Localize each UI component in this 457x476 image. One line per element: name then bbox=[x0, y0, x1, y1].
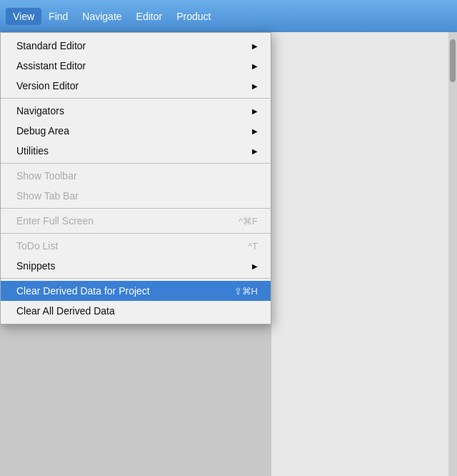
submenu-arrow-icon: ▶ bbox=[252, 147, 258, 155]
background-content bbox=[271, 32, 457, 476]
menu-find[interactable]: Find bbox=[41, 8, 75, 25]
menu-separator bbox=[1, 163, 271, 164]
menu-item-navigators[interactable]: Navigators ▶ bbox=[1, 101, 271, 121]
menu-item-label: Navigators bbox=[16, 105, 245, 116]
scrollbar-thumb bbox=[450, 39, 456, 82]
menu-navigate[interactable]: Navigate bbox=[75, 8, 129, 25]
menu-item-label: Clear All Derived Data bbox=[16, 305, 258, 317]
menu-separator bbox=[1, 278, 271, 279]
menu-item-clear-all-derived-data[interactable]: Clear All Derived Data bbox=[1, 301, 271, 321]
submenu-arrow-icon: ▶ bbox=[252, 262, 258, 270]
menu-item-debug-area[interactable]: Debug Area ▶ bbox=[1, 121, 271, 141]
menu-item-version-editor[interactable]: Version Editor ▶ bbox=[1, 76, 271, 96]
menu-separator bbox=[1, 233, 271, 234]
menu-item-label: Clear Derived Data for Project bbox=[16, 285, 213, 297]
menu-item-shortcut: ^⌘F bbox=[238, 216, 258, 227]
menu-bar: View Find Navigate Editor Product bbox=[0, 0, 457, 32]
scrollbar[interactable] bbox=[448, 32, 457, 476]
menu-item-utilities[interactable]: Utilities ▶ bbox=[1, 141, 271, 161]
menu-item-label: ToDo List bbox=[16, 240, 226, 252]
menu-item-standard-editor[interactable]: Standard Editor ▶ bbox=[1, 36, 271, 56]
menu-item-label: Version Editor bbox=[16, 80, 245, 91]
menu-separator bbox=[1, 208, 271, 209]
menu-item-shortcut: ⇧⌘H bbox=[234, 286, 258, 297]
menu-item-label: Assistant Editor bbox=[16, 60, 245, 71]
menu-item-label: Standard Editor bbox=[16, 40, 245, 51]
menu-item-shortcut: ^T bbox=[248, 241, 258, 252]
menu-product[interactable]: Product bbox=[169, 8, 218, 25]
menu-item-clear-derived-data-project[interactable]: Clear Derived Data for Project ⇧⌘H bbox=[1, 281, 271, 301]
submenu-arrow-icon: ▶ bbox=[252, 82, 258, 90]
menu-item-enter-full-screen: Enter Full Screen ^⌘F bbox=[1, 211, 271, 231]
menu-item-label: Enter Full Screen bbox=[16, 215, 217, 227]
menu-item-label: Show Tab Bar bbox=[16, 190, 258, 202]
submenu-arrow-icon: ▶ bbox=[252, 107, 258, 115]
submenu-arrow-icon: ▶ bbox=[252, 62, 258, 70]
submenu-arrow-icon: ▶ bbox=[252, 127, 258, 135]
menu-editor[interactable]: Editor bbox=[129, 8, 170, 25]
menu-item-assistant-editor[interactable]: Assistant Editor ▶ bbox=[1, 56, 271, 76]
menu-item-label: Utilities bbox=[16, 145, 245, 157]
menu-item-label: Snippets bbox=[16, 260, 245, 272]
menu-view[interactable]: View bbox=[6, 8, 41, 25]
view-dropdown-menu: Standard Editor ▶ Assistant Editor ▶ Ver… bbox=[0, 32, 271, 324]
menu-item-show-toolbar: Show Toolbar bbox=[1, 166, 271, 186]
menu-item-label: Debug Area bbox=[16, 125, 245, 137]
submenu-arrow-icon: ▶ bbox=[252, 42, 258, 50]
menu-item-label: Show Toolbar bbox=[16, 170, 258, 182]
menu-item-todo-list: ToDo List ^T bbox=[1, 236, 271, 256]
menu-item-show-tab-bar: Show Tab Bar bbox=[1, 186, 271, 206]
menu-item-snippets[interactable]: Snippets ▶ bbox=[1, 256, 271, 276]
menu-separator bbox=[1, 98, 271, 99]
